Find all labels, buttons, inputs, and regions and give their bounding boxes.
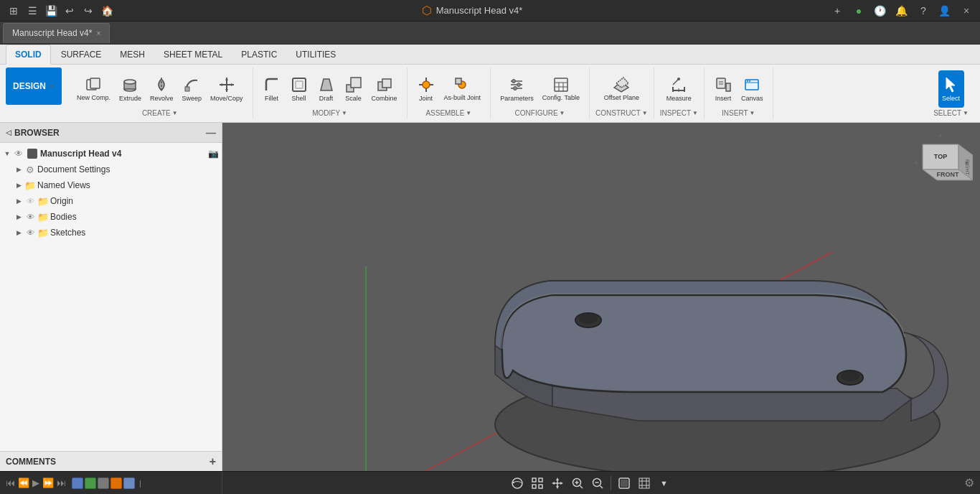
sweep-button[interactable]: Sweep (179, 70, 206, 108)
step-back-icon[interactable]: ⏪ (18, 477, 29, 488)
revolve-button[interactable]: Revolve (146, 70, 177, 108)
titlebar-center: ⬡ Manuscript Head v4* (422, 4, 523, 17)
insert-derive-button[interactable]: Insert (710, 70, 736, 108)
create-label[interactable]: CREATE ▼ (142, 108, 178, 117)
tab-utilities[interactable]: UTILITIES (287, 45, 344, 65)
configure-label[interactable]: CONFIGURE ▼ (515, 108, 565, 117)
tab-close-icon[interactable]: × (96, 29, 100, 37)
draft-icon (318, 76, 335, 93)
tree-item-sketches[interactable]: ▶ 👁 📁 Sketches (0, 225, 222, 241)
ribbon-group-inspect: Measure INSPECT ▼ (654, 67, 705, 119)
fillet-button[interactable]: Fillet (259, 70, 285, 108)
design-dropdown[interactable]: DESIGN ▼ (6, 67, 62, 105)
user-icon[interactable]: 👤 (937, 3, 953, 19)
display-mode-icon[interactable] (616, 475, 633, 492)
insert-label[interactable]: INSERT ▼ (722, 108, 755, 117)
end-marker[interactable]: | (139, 479, 141, 488)
scale-button[interactable]: Scale (341, 70, 367, 108)
select-icon (943, 76, 960, 93)
undo-icon[interactable]: ↩ (62, 3, 77, 19)
fast-forward-icon[interactable]: ⏭ (57, 477, 66, 488)
as-built-button[interactable]: As-built Joint (440, 70, 485, 108)
extrude-button[interactable]: Extrude (116, 70, 145, 108)
eye-icon-bodies[interactable]: 👁 (24, 211, 36, 223)
clock-icon[interactable]: 🕐 (872, 3, 888, 19)
svg-marker-10 (225, 89, 228, 92)
menu-icon[interactable]: ☰ (24, 3, 40, 19)
tree-item-named-views[interactable]: ▶ 📁 Named Views (0, 177, 222, 193)
doc-tab[interactable]: Manuscript Head v4* × (3, 23, 110, 43)
folder-icon-origin: 📁 (37, 195, 49, 207)
viewcube[interactable]: TOP RIGHT FRONT ▲ ◄ ► (908, 130, 973, 195)
titlebar-left: ⊞ ☰ 💾 ↩ ↪ 🏠 (6, 3, 115, 19)
tree-arrow-sketches: ▶ (14, 229, 23, 236)
canvas-button[interactable]: Canvas (738, 70, 767, 108)
viewport-grid (222, 123, 980, 471)
eye-icon-root[interactable]: 👁 (13, 148, 24, 159)
redo-icon[interactable]: ↪ (80, 3, 96, 19)
bell-icon[interactable]: 🔔 (894, 3, 910, 19)
add-tab-icon[interactable]: + (829, 3, 845, 19)
zoom-in-icon[interactable] (569, 475, 586, 492)
assemble-label[interactable]: ASSEMBLE ▼ (425, 108, 471, 117)
modify-label[interactable]: MODIFY ▼ (312, 108, 347, 117)
combine-button[interactable]: Combine (368, 70, 401, 108)
draft-button[interactable]: Draft (314, 70, 339, 108)
tab-solid[interactable]: SOLID (6, 45, 51, 65)
joint-button[interactable]: Joint (413, 70, 439, 108)
play-icon[interactable]: ▶ (32, 477, 39, 488)
insert-derive-icon (715, 76, 732, 93)
grid-toggle-icon[interactable] (636, 475, 653, 492)
svg-marker-12 (231, 83, 234, 86)
help-icon[interactable]: ? (915, 3, 931, 19)
tree-item-doc-settings[interactable]: ▶ ⚙ Document Settings (0, 162, 222, 177)
step-forward-icon[interactable]: ⏩ (42, 477, 54, 488)
tab-plastic[interactable]: PLASTIC (232, 45, 286, 65)
viewport[interactable]: TOP RIGHT FRONT ▲ ◄ ► (222, 123, 980, 471)
move-copy-button[interactable]: Move/Copy (207, 70, 247, 108)
inspect-label[interactable]: INSPECT ▼ (660, 108, 698, 117)
select-label[interactable]: SELECT ▼ (933, 108, 969, 117)
construct-label[interactable]: CONSTRUCT ▼ (595, 108, 648, 117)
rewind-icon[interactable]: ⏮ (6, 477, 15, 488)
revolve-icon (153, 76, 170, 93)
home-icon[interactable]: 🏠 (99, 3, 115, 19)
settings-icon[interactable]: ⚙ (964, 476, 974, 490)
create-items: New Comp. Extrude (73, 70, 247, 108)
browser-title: BROWSER (14, 128, 60, 138)
tree-item-root[interactable]: ▼ 👁 Manuscript Head v4 📷 (0, 146, 222, 162)
tab-surface[interactable]: SURFACE (52, 45, 110, 65)
capture-icon[interactable]: 📷 (208, 149, 219, 159)
create-chevron-icon: ▼ (172, 110, 178, 116)
offset-plane-button[interactable]: Offset Plane (600, 70, 643, 108)
modify-items: Fillet Shell Draft (259, 70, 401, 108)
measure-button[interactable]: Measure (663, 70, 695, 108)
select-button[interactable]: Select (938, 70, 964, 108)
ribbon-group-assemble: Joint As-built Joint ASSEMBLE ▼ (407, 67, 491, 119)
tree-item-origin[interactable]: ▶ 👁 📁 Origin (0, 193, 222, 209)
fit-icon[interactable] (529, 475, 546, 492)
pan-icon[interactable] (549, 475, 566, 492)
add-comment-icon[interactable]: + (209, 455, 216, 468)
eye-icon-origin[interactable]: 👁 (24, 195, 36, 207)
eye-icon-sketches[interactable]: 👁 (24, 227, 36, 238)
viewcube-svg[interactable]: TOP RIGHT FRONT ▲ ◄ ► (908, 130, 973, 195)
apps-icon[interactable]: ⊞ (6, 3, 22, 19)
close-button[interactable]: × (958, 3, 974, 19)
tab-sheet-metal[interactable]: SHEET METAL (155, 45, 231, 65)
parameters-button[interactable]: Parameters (496, 70, 537, 108)
table-button[interactable]: Config. Table (539, 70, 583, 108)
save-icon[interactable]: 💾 (43, 3, 59, 19)
orbit-icon[interactable] (509, 475, 526, 492)
browser-minus-icon[interactable]: — (206, 127, 216, 139)
svg-rect-17 (351, 78, 361, 88)
browser-collapse-icon[interactable]: ◁ (6, 129, 11, 136)
online-icon[interactable]: ● (851, 3, 867, 19)
shell-button[interactable]: Shell (286, 70, 312, 108)
new-component-button[interactable]: New Comp. (73, 70, 114, 108)
zoom-out-icon[interactable] (589, 475, 606, 492)
tree-arrow-root: ▼ (3, 150, 11, 157)
tab-mesh[interactable]: MESH (111, 45, 154, 65)
tree-item-bodies[interactable]: ▶ 👁 📁 Bodies (0, 209, 222, 225)
more-options-icon[interactable]: ▼ (656, 475, 673, 492)
